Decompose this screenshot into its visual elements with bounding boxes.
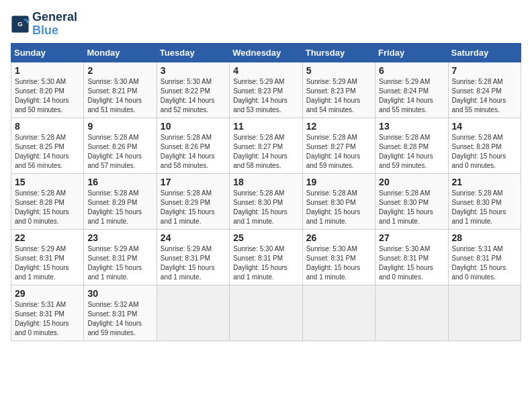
day-number: 23 — [87, 232, 152, 243]
calendar-cell: 26Sunrise: 5:30 AM Sunset: 8:31 PM Dayli… — [302, 229, 375, 285]
day-number: 18 — [233, 177, 298, 187]
day-number: 11 — [233, 121, 298, 132]
calendar-cell — [375, 285, 448, 340]
calendar-week-1: 8Sunrise: 5:28 AM Sunset: 8:25 PM Daylig… — [11, 118, 521, 173]
day-number: 16 — [87, 177, 152, 187]
day-detail: Sunrise: 5:28 AM Sunset: 8:30 PM Dayligh… — [452, 189, 517, 226]
day-detail: Sunrise: 5:28 AM Sunset: 8:26 PM Dayligh… — [161, 133, 226, 171]
day-number: 20 — [379, 177, 444, 187]
day-number: 10 — [161, 121, 226, 132]
day-detail: Sunrise: 5:28 AM Sunset: 8:30 PM Dayligh… — [379, 189, 444, 226]
day-detail: Sunrise: 5:28 AM Sunset: 8:30 PM Dayligh… — [233, 189, 298, 226]
calendar-cell: 21Sunrise: 5:28 AM Sunset: 8:30 PM Dayli… — [448, 173, 521, 229]
day-number: 15 — [15, 177, 80, 187]
day-detail: Sunrise: 5:30 AM Sunset: 8:31 PM Dayligh… — [379, 244, 444, 282]
calendar-cell — [448, 285, 521, 340]
calendar-cell: 22Sunrise: 5:29 AM Sunset: 8:31 PM Dayli… — [11, 229, 84, 285]
day-number: 21 — [452, 177, 517, 187]
day-number: 2 — [87, 65, 152, 76]
calendar-body: 1Sunrise: 5:30 AM Sunset: 8:20 PM Daylig… — [11, 62, 521, 340]
calendar-cell: 3Sunrise: 5:30 AM Sunset: 8:22 PM Daylig… — [157, 62, 229, 118]
header-friday: Friday — [375, 43, 448, 62]
calendar-cell: 14Sunrise: 5:28 AM Sunset: 8:28 PM Dayli… — [448, 118, 521, 173]
day-number: 30 — [87, 288, 152, 299]
calendar-cell — [157, 285, 229, 340]
day-detail: Sunrise: 5:28 AM Sunset: 8:27 PM Dayligh… — [233, 133, 298, 171]
day-number: 9 — [87, 121, 152, 132]
calendar-cell: 4Sunrise: 5:29 AM Sunset: 8:23 PM Daylig… — [230, 62, 302, 118]
page-header: G GeneralBlue — [11, 11, 521, 38]
calendar-cell: 18Sunrise: 5:28 AM Sunset: 8:30 PM Dayli… — [230, 173, 302, 229]
day-detail: Sunrise: 5:28 AM Sunset: 8:24 PM Dayligh… — [452, 77, 517, 115]
header-tuesday: Tuesday — [157, 43, 229, 62]
day-number: 8 — [15, 121, 80, 132]
calendar-cell: 11Sunrise: 5:28 AM Sunset: 8:27 PM Dayli… — [230, 118, 302, 173]
day-detail: Sunrise: 5:28 AM Sunset: 8:28 PM Dayligh… — [15, 189, 80, 226]
day-number: 24 — [161, 232, 226, 243]
day-number: 6 — [379, 65, 444, 76]
day-number: 29 — [15, 288, 80, 299]
day-detail: Sunrise: 5:29 AM Sunset: 8:31 PM Dayligh… — [15, 244, 80, 282]
day-number: 3 — [161, 65, 226, 76]
header-monday: Monday — [84, 43, 157, 62]
calendar-header-row: SundayMondayTuesdayWednesdayThursdayFrid… — [11, 43, 521, 62]
logo: G GeneralBlue — [11, 11, 77, 38]
day-detail: Sunrise: 5:28 AM Sunset: 8:29 PM Dayligh… — [87, 189, 152, 226]
calendar-cell: 24Sunrise: 5:29 AM Sunset: 8:31 PM Dayli… — [157, 229, 229, 285]
calendar-cell: 7Sunrise: 5:28 AM Sunset: 8:24 PM Daylig… — [448, 62, 521, 118]
day-detail: Sunrise: 5:28 AM Sunset: 8:28 PM Dayligh… — [379, 133, 444, 171]
day-detail: Sunrise: 5:30 AM Sunset: 8:20 PM Dayligh… — [15, 77, 80, 115]
calendar-cell — [230, 285, 302, 340]
calendar-cell: 5Sunrise: 5:29 AM Sunset: 8:23 PM Daylig… — [302, 62, 375, 118]
day-number: 4 — [233, 65, 298, 76]
day-number: 7 — [452, 65, 517, 76]
day-detail: Sunrise: 5:29 AM Sunset: 8:23 PM Dayligh… — [233, 77, 298, 115]
calendar-cell: 20Sunrise: 5:28 AM Sunset: 8:30 PM Dayli… — [375, 173, 448, 229]
calendar-cell: 28Sunrise: 5:31 AM Sunset: 8:31 PM Dayli… — [448, 229, 521, 285]
day-detail: Sunrise: 5:32 AM Sunset: 8:31 PM Dayligh… — [87, 300, 152, 338]
header-wednesday: Wednesday — [230, 43, 302, 62]
day-detail: Sunrise: 5:28 AM Sunset: 8:29 PM Dayligh… — [161, 189, 226, 226]
day-number: 17 — [161, 177, 226, 187]
header-thursday: Thursday — [302, 43, 375, 62]
calendar-cell: 8Sunrise: 5:28 AM Sunset: 8:25 PM Daylig… — [11, 118, 84, 173]
day-number: 27 — [379, 232, 444, 243]
day-number: 5 — [306, 65, 371, 76]
calendar-cell: 27Sunrise: 5:30 AM Sunset: 8:31 PM Dayli… — [375, 229, 448, 285]
day-detail: Sunrise: 5:28 AM Sunset: 8:26 PM Dayligh… — [87, 133, 152, 171]
logo-text: GeneralBlue — [32, 11, 77, 38]
day-detail: Sunrise: 5:28 AM Sunset: 8:30 PM Dayligh… — [306, 189, 371, 226]
calendar-cell: 9Sunrise: 5:28 AM Sunset: 8:26 PM Daylig… — [84, 118, 157, 173]
day-number: 19 — [306, 177, 371, 187]
day-number: 26 — [306, 232, 371, 243]
day-detail: Sunrise: 5:29 AM Sunset: 8:23 PM Dayligh… — [306, 77, 371, 115]
calendar-cell: 2Sunrise: 5:30 AM Sunset: 8:21 PM Daylig… — [84, 62, 157, 118]
calendar-cell: 19Sunrise: 5:28 AM Sunset: 8:30 PM Dayli… — [302, 173, 375, 229]
day-number: 22 — [15, 232, 80, 243]
calendar-cell: 10Sunrise: 5:28 AM Sunset: 8:26 PM Dayli… — [157, 118, 229, 173]
calendar-week-0: 1Sunrise: 5:30 AM Sunset: 8:20 PM Daylig… — [11, 62, 521, 118]
day-detail: Sunrise: 5:30 AM Sunset: 8:21 PM Dayligh… — [87, 77, 152, 115]
day-detail: Sunrise: 5:28 AM Sunset: 8:25 PM Dayligh… — [15, 133, 80, 171]
calendar-week-4: 29Sunrise: 5:31 AM Sunset: 8:31 PM Dayli… — [11, 285, 521, 340]
calendar-cell: 23Sunrise: 5:29 AM Sunset: 8:31 PM Dayli… — [84, 229, 157, 285]
day-detail: Sunrise: 5:31 AM Sunset: 8:31 PM Dayligh… — [452, 244, 517, 282]
day-detail: Sunrise: 5:29 AM Sunset: 8:31 PM Dayligh… — [87, 244, 152, 282]
day-detail: Sunrise: 5:30 AM Sunset: 8:22 PM Dayligh… — [161, 77, 226, 115]
day-number: 14 — [452, 121, 517, 132]
calendar-cell: 17Sunrise: 5:28 AM Sunset: 8:29 PM Dayli… — [157, 173, 229, 229]
day-number: 1 — [15, 65, 80, 76]
day-number: 13 — [379, 121, 444, 132]
day-detail: Sunrise: 5:30 AM Sunset: 8:31 PM Dayligh… — [233, 244, 298, 282]
day-number: 12 — [306, 121, 371, 132]
calendar-week-2: 15Sunrise: 5:28 AM Sunset: 8:28 PM Dayli… — [11, 173, 521, 229]
calendar-cell — [302, 285, 375, 340]
day-number: 28 — [452, 232, 517, 243]
calendar-cell: 6Sunrise: 5:29 AM Sunset: 8:24 PM Daylig… — [375, 62, 448, 118]
header-sunday: Sunday — [11, 43, 84, 62]
calendar-cell: 25Sunrise: 5:30 AM Sunset: 8:31 PM Dayli… — [230, 229, 302, 285]
calendar-week-3: 22Sunrise: 5:29 AM Sunset: 8:31 PM Dayli… — [11, 229, 521, 285]
day-detail: Sunrise: 5:29 AM Sunset: 8:31 PM Dayligh… — [161, 244, 226, 282]
calendar-cell: 16Sunrise: 5:28 AM Sunset: 8:29 PM Dayli… — [84, 173, 157, 229]
logo-icon: G — [11, 15, 30, 34]
